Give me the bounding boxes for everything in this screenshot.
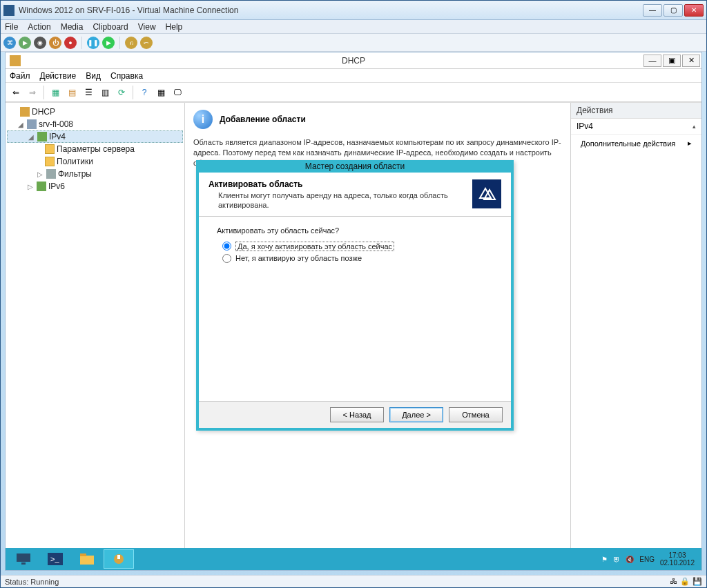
wizard-header: Активировать область Клиенты могут получ… xyxy=(199,173,511,217)
tree-root-dhcp[interactable]: DHCP xyxy=(7,106,183,118)
new-scope-icon[interactable]: ▦ xyxy=(48,85,63,100)
reset-icon[interactable]: ▶ xyxy=(102,37,115,49)
activate-now-radio[interactable]: Да, я хочу активировать эту область сейч… xyxy=(222,242,493,251)
tree-ipv4-policies[interactable]: Политики xyxy=(7,155,183,168)
tray-network-icon[interactable]: ⛨ xyxy=(613,556,620,563)
show-hide-icon[interactable]: ▤ xyxy=(64,85,79,100)
wizard-banner-icon xyxy=(472,179,501,208)
vm-connection-window: Windows 2012 on SRV-FI-016 - Virtual Mac… xyxy=(0,0,707,588)
checkpoint-icon[interactable]: ⎌ xyxy=(125,37,137,49)
properties-icon[interactable]: ▥ xyxy=(97,85,113,100)
outer-minimize-button[interactable]: — xyxy=(643,4,662,17)
scope-wizard-dialog: Мастер создания области Активировать обл… xyxy=(196,160,514,431)
actions-more-actions[interactable]: Дополнительные действия▸ xyxy=(571,135,701,152)
outer-window-title: Windows 2012 on SRV-FI-016 - Virtual Mac… xyxy=(19,6,643,15)
ctrl-alt-del-icon[interactable]: ⌘ xyxy=(3,37,16,49)
monitor-icon[interactable]: 🖵 xyxy=(170,85,185,100)
taskbar-explorer-icon[interactable] xyxy=(72,549,102,569)
svg-rect-0 xyxy=(17,553,30,562)
start-icon[interactable]: ▶ xyxy=(19,37,31,49)
wizard-header-subtitle: Клиенты могут получать аренду на адреса,… xyxy=(209,190,472,210)
dhcp-maximize-button[interactable]: ▣ xyxy=(663,55,681,67)
status-disk-icon: 💾 xyxy=(693,577,702,586)
outer-maximize-button[interactable]: ▢ xyxy=(664,4,683,17)
wizard-back-button[interactable]: < Назад xyxy=(330,407,384,422)
outer-toolbar: ⌘ ▶ ◉ ⏻ ● ❚❚ ▶ ⎌ ⤺ xyxy=(1,34,706,52)
taskbar-tray: ⚑ ⛨ 🔇 ENG 17:03 02.10.2012 xyxy=(601,551,699,567)
dhcp-minimize-button[interactable]: — xyxy=(643,55,661,67)
info-icon: i xyxy=(193,110,213,129)
dhcp-close-button[interactable]: ✕ xyxy=(682,55,700,67)
activate-later-radio-input[interactable] xyxy=(222,254,231,263)
dhcp-menu-bar: Файл Действие Вид Справка xyxy=(6,69,701,83)
dhcp-toolbar: ⇐ ⇒ ▦ ▤ ☰ ▥ ⟳ ? ▦ 🖵 xyxy=(6,83,701,102)
save-icon[interactable]: ● xyxy=(64,37,77,49)
taskbar-powershell-icon[interactable]: >_ xyxy=(40,549,70,569)
turnoff-icon[interactable]: ◉ xyxy=(34,37,46,49)
taskbar-server-manager-icon[interactable] xyxy=(8,549,39,569)
dhcp-window-titlebar: DHCP — ▣ ✕ xyxy=(6,52,701,69)
outer-menu-bar: File Action Media Clipboard View Help xyxy=(1,20,706,34)
pause-icon[interactable]: ❚❚ xyxy=(87,37,99,49)
outer-titlebar: Windows 2012 on SRV-FI-016 - Virtual Mac… xyxy=(1,1,706,20)
revert-icon[interactable]: ⤺ xyxy=(140,37,153,49)
tree-ipv4-server-options[interactable]: Параметры сервера xyxy=(7,143,183,155)
shutdown-icon[interactable]: ⏻ xyxy=(49,37,61,49)
dhcp-window-title: DHCP xyxy=(342,56,365,66)
actions-pane: Действия IPv4▴ Дополнительные действия▸ xyxy=(570,103,701,548)
tree-ipv6[interactable]: ▷IPv6 xyxy=(7,180,183,193)
activate-later-radio[interactable]: Нет, я активирую эту область позже xyxy=(222,254,493,263)
outer-menu-media[interactable]: Media xyxy=(61,22,84,32)
outer-menu-file[interactable]: File xyxy=(5,22,18,32)
status-nic-icon: 🖧 xyxy=(670,577,677,586)
svg-rect-4 xyxy=(80,556,94,565)
dhcp-menu-help[interactable]: Справка xyxy=(110,71,143,81)
wizard-titlebar[interactable]: Мастер создания области xyxy=(196,160,514,173)
status-lock-icon: 🔒 xyxy=(680,577,690,586)
hyperv-icon xyxy=(3,5,14,16)
dhcp-menu-file[interactable]: Файл xyxy=(10,71,30,81)
outer-status-bar: Status: Running 🖧 🔒 💾 xyxy=(1,575,706,587)
wizard-body: Активировать эту область сейчас? Да, я х… xyxy=(199,217,511,401)
outer-menu-clipboard[interactable]: Clipboard xyxy=(93,22,128,32)
svg-rect-1 xyxy=(21,562,26,565)
wizard-question: Активировать эту область сейчас? xyxy=(217,226,493,235)
actions-section-ipv4[interactable]: IPv4▴ xyxy=(571,119,701,135)
refresh-icon[interactable]: ⟳ xyxy=(114,85,129,100)
tree-ipv4-filters[interactable]: ▷Фильтры xyxy=(7,168,183,180)
tray-flag-icon[interactable]: ⚑ xyxy=(601,556,608,563)
tree-server[interactable]: ◢srv-fi-008 xyxy=(7,118,183,130)
dhcp-tree-pane: DHCP ◢srv-fi-008 ◢IPv4 Параметры сервера… xyxy=(6,103,185,548)
wizard-footer: < Назад Далее > Отмена xyxy=(199,401,511,428)
actions-header: Действия xyxy=(571,103,701,119)
dhcp-menu-view[interactable]: Вид xyxy=(86,71,101,81)
svg-text:>_: >_ xyxy=(50,555,59,563)
wizard-next-button[interactable]: Далее > xyxy=(389,407,443,422)
nav-back-icon[interactable]: ⇐ xyxy=(8,85,23,100)
customize-view-icon[interactable]: ▦ xyxy=(153,85,168,100)
wizard-cancel-button[interactable]: Отмена xyxy=(449,407,503,422)
svg-rect-5 xyxy=(80,553,86,556)
submenu-icon: ▸ xyxy=(688,139,692,148)
info-title: Добавление области xyxy=(220,115,306,124)
outer-menu-view[interactable]: View xyxy=(138,22,156,32)
outer-menu-action[interactable]: Action xyxy=(28,22,50,32)
tray-lang[interactable]: ENG xyxy=(639,556,655,563)
export-list-icon[interactable]: ☰ xyxy=(81,85,96,100)
outer-menu-help[interactable]: Help xyxy=(166,22,183,32)
help-icon[interactable]: ? xyxy=(137,85,152,100)
status-text: Status: Running xyxy=(5,578,59,586)
outer-close-button[interactable]: ✕ xyxy=(684,4,704,17)
taskbar-clock[interactable]: 17:03 02.10.2012 xyxy=(660,551,695,567)
tray-sound-icon[interactable]: 🔇 xyxy=(626,556,634,563)
tree-ipv4[interactable]: ◢IPv4 xyxy=(7,130,183,143)
dhcp-menu-action[interactable]: Действие xyxy=(40,71,77,81)
dhcp-app-icon xyxy=(10,55,21,66)
guest-taskbar: >_ ⚑ ⛨ 🔇 ENG 17:03 02.10.2012 xyxy=(6,548,701,570)
taskbar-dhcp-icon[interactable] xyxy=(104,549,134,569)
nav-forward-icon[interactable]: ⇒ xyxy=(25,85,40,100)
svg-rect-7 xyxy=(117,555,120,559)
activate-now-radio-input[interactable] xyxy=(222,242,231,251)
collapse-icon: ▴ xyxy=(693,123,696,130)
wizard-header-title: Активировать область xyxy=(209,179,472,189)
